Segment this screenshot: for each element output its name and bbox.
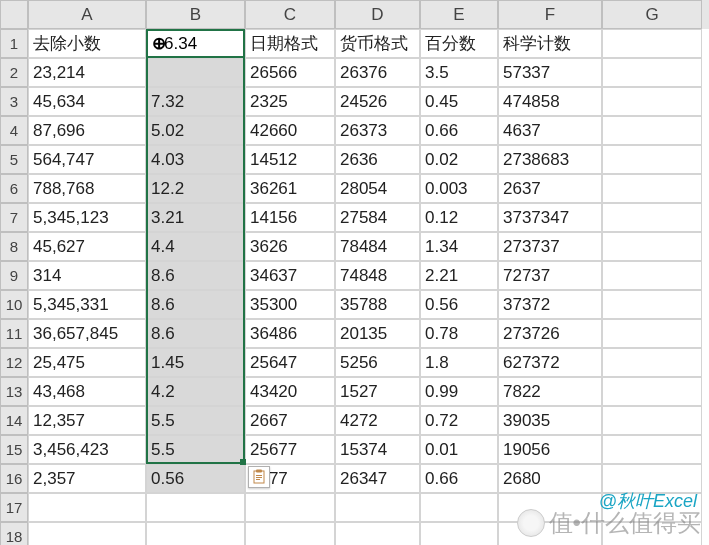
cell[interactable]: 3737347 bbox=[498, 203, 602, 232]
cell[interactable]: 5.5 bbox=[146, 406, 245, 435]
row-header[interactable]: 18 bbox=[0, 522, 28, 545]
col-header-G[interactable]: G bbox=[602, 0, 702, 29]
cell[interactable] bbox=[28, 522, 146, 545]
cell[interactable] bbox=[420, 522, 498, 545]
cell[interactable]: 87,696 bbox=[28, 116, 146, 145]
cell[interactable] bbox=[602, 29, 702, 58]
cell[interactable]: 74848 bbox=[335, 261, 420, 290]
cell[interactable]: 日期格式 bbox=[245, 29, 335, 58]
cell[interactable]: 39035 bbox=[498, 406, 602, 435]
cell[interactable] bbox=[602, 348, 702, 377]
cell[interactable]: 1.45 bbox=[146, 348, 245, 377]
cell[interactable]: 78484 bbox=[335, 232, 420, 261]
cell[interactable] bbox=[420, 493, 498, 522]
cell[interactable]: 3,456,423 bbox=[28, 435, 146, 464]
cell[interactable] bbox=[146, 58, 245, 87]
cell[interactable] bbox=[602, 261, 702, 290]
cell[interactable]: 15374 bbox=[335, 435, 420, 464]
cell[interactable]: 时间格式 bbox=[146, 29, 245, 58]
cell[interactable]: 8.6 bbox=[146, 261, 245, 290]
row-header[interactable]: 6 bbox=[0, 174, 28, 203]
cell[interactable]: 1.8 bbox=[420, 348, 498, 377]
col-header-A[interactable]: A bbox=[28, 0, 146, 29]
cell[interactable]: 24526 bbox=[335, 87, 420, 116]
row-header[interactable]: 7 bbox=[0, 203, 28, 232]
cell[interactable]: 36,657,845 bbox=[28, 319, 146, 348]
col-header-E[interactable]: E bbox=[420, 0, 498, 29]
cell[interactable]: 57337 bbox=[498, 58, 602, 87]
row-header[interactable]: 15 bbox=[0, 435, 28, 464]
cell[interactable]: 19056 bbox=[498, 435, 602, 464]
cell[interactable]: 2680 bbox=[498, 464, 602, 493]
cell[interactable]: 273737 bbox=[498, 232, 602, 261]
cell[interactable]: 2738683 bbox=[498, 145, 602, 174]
row-header[interactable]: 8 bbox=[0, 232, 28, 261]
cell[interactable] bbox=[602, 87, 702, 116]
cell[interactable]: 627372 bbox=[498, 348, 602, 377]
cell[interactable]: 36261 bbox=[245, 174, 335, 203]
cell[interactable] bbox=[602, 435, 702, 464]
cell[interactable]: 26373 bbox=[335, 116, 420, 145]
cell[interactable]: 2667 bbox=[245, 406, 335, 435]
cell[interactable]: 1527 bbox=[335, 377, 420, 406]
cell[interactable]: 26347 bbox=[335, 464, 420, 493]
cell[interactable]: 14156 bbox=[245, 203, 335, 232]
cell[interactable]: 2637 bbox=[498, 174, 602, 203]
cell[interactable] bbox=[602, 174, 702, 203]
col-header-B[interactable]: B bbox=[146, 0, 245, 29]
row-header[interactable]: 1 bbox=[0, 29, 28, 58]
cell[interactable]: 1.34 bbox=[420, 232, 498, 261]
cell[interactable] bbox=[498, 522, 602, 545]
cell[interactable]: 43420 bbox=[245, 377, 335, 406]
cell[interactable]: 42660 bbox=[245, 116, 335, 145]
cell[interactable] bbox=[28, 493, 146, 522]
cell[interactable]: 25647 bbox=[245, 348, 335, 377]
row-header[interactable]: 11 bbox=[0, 319, 28, 348]
cell[interactable]: 35788 bbox=[335, 290, 420, 319]
cell[interactable]: 273726 bbox=[498, 319, 602, 348]
cell[interactable]: 314 bbox=[28, 261, 146, 290]
cell[interactable]: 72737 bbox=[498, 261, 602, 290]
row-header[interactable]: 17 bbox=[0, 493, 28, 522]
fill-handle[interactable] bbox=[240, 459, 246, 465]
col-header-D[interactable]: D bbox=[335, 0, 420, 29]
row-header[interactable]: 14 bbox=[0, 406, 28, 435]
spreadsheet-grid[interactable]: A B C D E F G 1去除小数时间格式日期格式货币格式百分数科学计数22… bbox=[0, 0, 709, 545]
cell[interactable]: 35300 bbox=[245, 290, 335, 319]
cell[interactable]: 3.21 bbox=[146, 203, 245, 232]
cell[interactable]: 37372 bbox=[498, 290, 602, 319]
cell[interactable]: 23,214 bbox=[28, 58, 146, 87]
cell[interactable]: 0.56 bbox=[146, 464, 245, 493]
cell[interactable] bbox=[146, 493, 245, 522]
cell[interactable] bbox=[335, 493, 420, 522]
cell[interactable] bbox=[498, 493, 602, 522]
cell[interactable] bbox=[602, 522, 702, 545]
cell[interactable] bbox=[602, 116, 702, 145]
cell[interactable]: 4.03 bbox=[146, 145, 245, 174]
cell[interactable]: 7.32 bbox=[146, 87, 245, 116]
cell[interactable]: 20135 bbox=[335, 319, 420, 348]
cell[interactable] bbox=[602, 203, 702, 232]
cell[interactable]: 26376 bbox=[335, 58, 420, 87]
cell[interactable]: 去除小数 bbox=[28, 29, 146, 58]
cell[interactable]: 25,475 bbox=[28, 348, 146, 377]
cell[interactable]: 4637 bbox=[498, 116, 602, 145]
cell[interactable]: 27584 bbox=[335, 203, 420, 232]
cell[interactable]: 0.01 bbox=[420, 435, 498, 464]
cell[interactable]: 12.2 bbox=[146, 174, 245, 203]
cell[interactable]: 0.56 bbox=[420, 290, 498, 319]
cell[interactable]: 474858 bbox=[498, 87, 602, 116]
cell[interactable]: 0.45 bbox=[420, 87, 498, 116]
cell[interactable]: 0.78 bbox=[420, 319, 498, 348]
cell[interactable] bbox=[335, 522, 420, 545]
cell[interactable]: 36486 bbox=[245, 319, 335, 348]
cell[interactable]: 百分数 bbox=[420, 29, 498, 58]
cell[interactable]: 4.4 bbox=[146, 232, 245, 261]
cell[interactable]: 2,357 bbox=[28, 464, 146, 493]
cell[interactable]: 3.5 bbox=[420, 58, 498, 87]
cell[interactable]: 788,768 bbox=[28, 174, 146, 203]
cell[interactable]: 0.72 bbox=[420, 406, 498, 435]
cell[interactable] bbox=[146, 522, 245, 545]
cell[interactable] bbox=[602, 319, 702, 348]
cell[interactable]: 12,357 bbox=[28, 406, 146, 435]
